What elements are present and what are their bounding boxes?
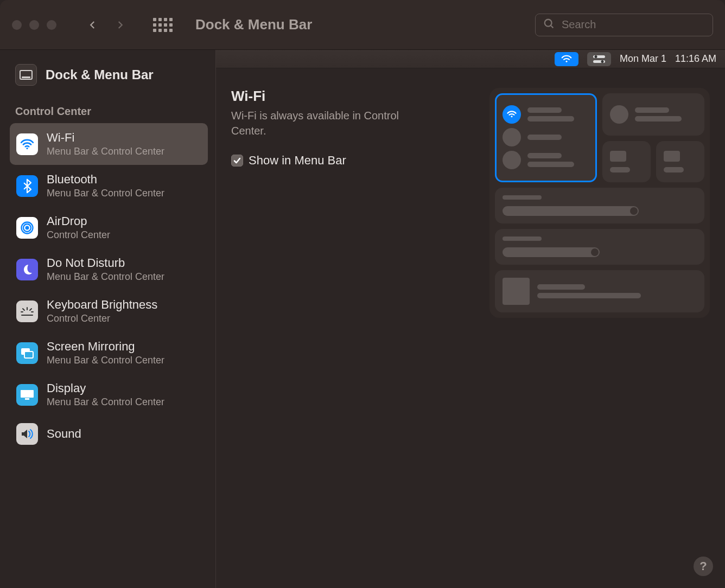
- sidebar-item-subtitle: Control Center: [47, 229, 110, 241]
- svg-point-22: [601, 60, 603, 63]
- sidebar-item-subtitle: Menu Bar & Control Center: [47, 271, 164, 283]
- sidebar-item-label: Do Not Disturb: [47, 256, 164, 270]
- search-input[interactable]: [561, 18, 705, 31]
- svg-point-20: [594, 55, 597, 58]
- show-in-menubar-row[interactable]: Show in Menu Bar: [231, 154, 484, 168]
- airdrop-icon: [16, 217, 38, 239]
- control-center-preview: [489, 88, 710, 318]
- svg-point-5: [26, 226, 29, 229]
- pane-heading: Wi-Fi: [231, 88, 484, 105]
- cc-sound-card: [495, 229, 704, 265]
- svg-rect-17: [25, 398, 29, 400]
- menubar-time: 11:16 AM: [675, 53, 716, 65]
- sidebar-item-label: Screen Mirroring: [47, 340, 164, 354]
- forward-button[interactable]: [112, 17, 128, 33]
- zoom-window-button[interactable]: [47, 20, 56, 30]
- sidebar-item-subtitle: Menu Bar & Control Center: [47, 397, 164, 408]
- sidebar-item-display[interactable]: Display Menu Bar & Control Center: [10, 374, 208, 416]
- svg-line-11: [30, 309, 31, 310]
- cc-connectivity-card: [495, 93, 597, 182]
- sidebar-module-label: Dock & Menu Bar: [46, 67, 154, 82]
- nav-arrows: [85, 17, 128, 33]
- close-window-button[interactable]: [12, 20, 22, 30]
- titlebar: Dock & Menu Bar: [0, 0, 725, 50]
- display-icon: [16, 384, 38, 406]
- dock-menubar-icon: [15, 64, 37, 86]
- show-all-preferences-button[interactable]: [153, 18, 173, 32]
- svg-point-0: [545, 19, 552, 26]
- bluetooth-icon: [16, 175, 38, 197]
- svg-rect-3: [22, 76, 30, 78]
- svg-rect-16: [21, 390, 34, 398]
- sidebar-section-header: Control Center: [10, 101, 208, 123]
- menubar-wifi-icon: [555, 52, 578, 66]
- svg-point-18: [565, 60, 567, 62]
- sidebar-item-label: Bluetooth: [47, 172, 164, 187]
- svg-line-1: [551, 25, 554, 28]
- sidebar: Dock & Menu Bar Control Center Wi-Fi Men…: [0, 50, 216, 588]
- window-title: Dock & Menu Bar: [195, 16, 312, 33]
- sidebar-item-subtitle: Menu Bar & Control Center: [47, 188, 164, 199]
- sidebar-item-bluetooth[interactable]: Bluetooth Menu Bar & Control Center: [10, 165, 208, 207]
- back-button[interactable]: [85, 17, 101, 33]
- search-icon: [543, 18, 555, 32]
- minimize-window-button[interactable]: [29, 20, 39, 30]
- sidebar-item-subtitle: Control Center: [47, 313, 157, 324]
- menubar-preview: Mon Mar 1 11:16 AM: [216, 50, 725, 68]
- cc-now-playing-card: [495, 270, 704, 312]
- cc-dnd-card: [602, 93, 704, 136]
- content-pane: Mon Mar 1 11:16 AM Wi-Fi Wi-Fi is always…: [216, 50, 725, 588]
- sidebar-item-screen-mirroring[interactable]: Screen Mirroring Menu Bar & Control Cent…: [10, 332, 208, 374]
- menubar-control-center-icon: [587, 52, 611, 66]
- svg-rect-15: [24, 351, 33, 358]
- sidebar-module-dock-menubar[interactable]: Dock & Menu Bar: [10, 60, 208, 90]
- moon-icon: [16, 259, 38, 280]
- sidebar-item-label: Display: [47, 381, 164, 395]
- cc-display-card: [495, 188, 704, 223]
- show-in-menubar-checkbox[interactable]: [231, 155, 243, 167]
- show-in-menubar-label: Show in Menu Bar: [249, 154, 346, 168]
- sidebar-item-label: Keyboard Brightness: [47, 298, 157, 312]
- cc-screen-mirroring-card: [656, 141, 704, 182]
- sidebar-item-keyboard-brightness[interactable]: Keyboard Brightness Control Center: [10, 290, 208, 332]
- cc-wifi-icon: [503, 105, 521, 124]
- sidebar-item-label: Sound: [47, 427, 81, 441]
- help-button[interactable]: ?: [694, 557, 713, 576]
- window-controls: [12, 20, 56, 30]
- sidebar-item-do-not-disturb[interactable]: Do Not Disturb Menu Bar & Control Center: [10, 248, 208, 290]
- keyboard-brightness-icon: [16, 301, 38, 322]
- sidebar-item-subtitle: Menu Bar & Control Center: [47, 355, 164, 366]
- cc-keyboard-brightness-card: [602, 141, 651, 182]
- sidebar-item-wifi[interactable]: Wi-Fi Menu Bar & Control Center: [10, 123, 208, 165]
- sidebar-item-airdrop[interactable]: AirDrop Control Center: [10, 207, 208, 248]
- sidebar-item-sound[interactable]: Sound: [10, 416, 208, 445]
- screen-mirroring-icon: [16, 342, 38, 364]
- sidebar-item-label: AirDrop: [47, 214, 110, 228]
- sidebar-item-label: Wi-Fi: [47, 131, 164, 145]
- svg-point-23: [511, 116, 513, 117]
- search-field-container: [535, 14, 713, 36]
- wifi-icon: [16, 133, 38, 155]
- sound-icon: [16, 423, 38, 445]
- svg-point-4: [26, 147, 28, 149]
- pane-description: Wi-Fi is always available in Control Cen…: [231, 108, 427, 138]
- sidebar-item-subtitle: Menu Bar & Control Center: [47, 146, 164, 157]
- menubar-date: Mon Mar 1: [620, 53, 666, 65]
- svg-line-10: [23, 309, 24, 310]
